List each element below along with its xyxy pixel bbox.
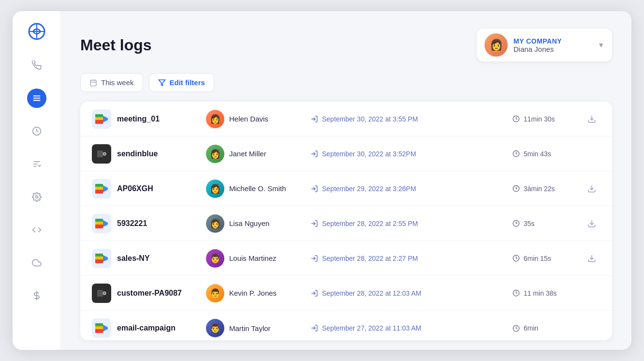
- login-icon: [310, 255, 318, 262]
- sidebar-item-code[interactable]: [27, 220, 46, 240]
- login-icon: [310, 220, 318, 227]
- sidebar: [13, 11, 61, 350]
- sidebar-item-logs[interactable]: [27, 89, 46, 108]
- login-icon: [310, 324, 318, 332]
- date-col: September 27, 2022 at 11:03 AM: [310, 324, 505, 332]
- login-icon: [310, 150, 318, 158]
- meeting-name: AP06XGH: [117, 184, 153, 193]
- date-col: September 29, 2022 at 3:26PM: [310, 185, 505, 193]
- page-title: Meet logs: [80, 36, 152, 54]
- download-action[interactable]: [583, 115, 600, 123]
- login-icon: [310, 115, 318, 123]
- sidebar-item-phone[interactable]: [27, 56, 46, 75]
- meeting-type-icon: [92, 214, 111, 233]
- person-avatar: 👩: [206, 145, 224, 163]
- edit-filters-label: Edit filters: [170, 78, 205, 87]
- meeting-col: customer-PA9087: [92, 284, 198, 303]
- logo-icon[interactable]: [26, 21, 47, 42]
- meeting-date: September 29, 2022 at 3:26PM: [322, 185, 416, 193]
- download-icon: [587, 219, 596, 228]
- download-action[interactable]: [583, 254, 600, 263]
- clock-icon: [512, 115, 520, 122]
- svg-rect-33: [95, 190, 103, 194]
- meeting-duration: 5min 43s: [524, 150, 551, 158]
- table-row: AP06XGH 👩 Michelle O. Smith September 29…: [80, 171, 612, 206]
- app-container: Meet logs 👩 MY COMPANY Diana Jones ▼: [13, 11, 631, 350]
- sidebar-item-settings[interactable]: [27, 187, 46, 207]
- person-col: 👩 Helen Davis: [206, 110, 303, 128]
- date-filter-button[interactable]: This week: [80, 73, 143, 92]
- meeting-duration: 11 min 38s: [524, 289, 556, 297]
- download-icon: [587, 115, 596, 123]
- calendar-icon: [89, 79, 97, 87]
- meeting-duration: 3àmin 22s: [524, 185, 555, 193]
- person-name: Janet Miller: [229, 150, 266, 158]
- edit-filters-button[interactable]: Edit filters: [149, 73, 214, 92]
- meeting-name: sendinblue: [117, 150, 158, 158]
- date-col: September 28, 2022 at 2:55 PM: [310, 220, 505, 227]
- meeting-date: September 30, 2022 at 3:52PM: [322, 150, 416, 158]
- meeting-col: 5932221: [92, 214, 198, 233]
- svg-marker-14: [159, 80, 165, 86]
- meeting-col: email-campaign: [92, 318, 198, 338]
- filter-icon: [158, 79, 166, 87]
- person-avatar: 👩: [206, 110, 224, 128]
- svg-rect-50: [95, 256, 103, 259]
- person-col: 👨 Louis Martinez: [206, 249, 303, 268]
- svg-rect-18: [95, 117, 103, 120]
- meeting-duration: 6min 15s: [524, 255, 551, 262]
- sidebar-item-cloud[interactable]: [27, 253, 46, 272]
- sidebar-item-history[interactable]: [27, 121, 46, 141]
- svg-point-26: [103, 152, 106, 155]
- download-action[interactable]: [583, 219, 600, 228]
- duration-col: 11 min 38s: [512, 289, 575, 297]
- meeting-date: September 28, 2022 at 2:55 PM: [322, 220, 418, 227]
- clock-icon: [512, 185, 520, 192]
- svg-point-58: [103, 292, 106, 295]
- meeting-date: September 28, 2022 at 2:27 PM: [322, 255, 418, 262]
- person-col: 👨 Kevin P. Jones: [206, 284, 303, 302]
- svg-rect-41: [95, 222, 103, 225]
- person-avatar: 👨: [206, 284, 224, 302]
- svg-rect-49: [95, 254, 103, 256]
- company-name: MY COMPANY: [513, 37, 592, 45]
- duration-col: 11min 30s: [512, 115, 575, 123]
- svg-rect-1: [33, 95, 40, 96]
- company-user: Diana Jones: [513, 45, 592, 53]
- sidebar-item-billing[interactable]: [27, 286, 46, 305]
- person-name: Lisa Nguyen: [229, 219, 269, 227]
- login-icon: [310, 185, 318, 193]
- meeting-col: sendinblue: [92, 144, 198, 164]
- main-content: Meet logs 👩 MY COMPANY Diana Jones ▼: [61, 11, 631, 350]
- person-col: 👩 Michelle O. Smith: [206, 180, 303, 198]
- header: Meet logs 👩 MY COMPANY Diana Jones ▼: [80, 29, 612, 61]
- company-selector[interactable]: 👩 MY COMPANY Diana Jones ▼: [477, 29, 612, 61]
- meeting-name: sales-NY: [117, 254, 150, 263]
- avatar-emoji: 👩: [484, 33, 508, 57]
- person-col: 👨 Martin Taylor: [206, 319, 303, 337]
- person-name: Louis Martinez: [229, 254, 277, 262]
- login-icon: [310, 289, 318, 297]
- duration-col: 6min: [512, 324, 575, 332]
- table-row: customer-PA9087 👨 Kevin P. Jones Septemb…: [80, 276, 612, 311]
- date-col: September 28, 2022 at 12:03 AM: [310, 289, 505, 297]
- person-avatar: 👨: [206, 249, 224, 268]
- chevron-down-icon: ▼: [598, 41, 604, 49]
- person-name: Martin Taylor: [229, 324, 271, 332]
- download-icon: [587, 254, 596, 263]
- sidebar-item-tools[interactable]: [27, 154, 46, 174]
- svg-rect-64: [95, 326, 103, 329]
- meeting-type-icon: [92, 179, 111, 198]
- duration-col: 35s: [512, 220, 575, 227]
- meeting-col: meeting_01: [92, 109, 198, 129]
- download-action[interactable]: [583, 184, 600, 193]
- meeting-date: September 27, 2022 at 11:03 AM: [322, 324, 421, 332]
- clock-icon: [512, 325, 520, 332]
- meeting-duration: 35s: [524, 220, 535, 227]
- download-icon: [587, 184, 596, 193]
- person-col: 👩 Janet Miller: [206, 145, 303, 163]
- svg-rect-51: [95, 259, 103, 263]
- table-row: meeting_01 👩 Helen Davis September 30, 2…: [80, 102, 612, 136]
- clock-icon: [512, 220, 520, 227]
- svg-rect-65: [95, 329, 103, 333]
